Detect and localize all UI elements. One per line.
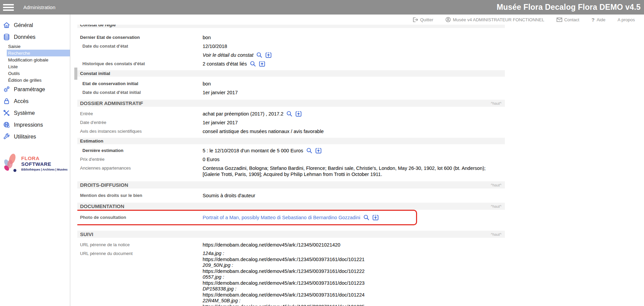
toolbar-item-contact[interactable]: Contact	[557, 17, 579, 22]
sidebar-item-label: Modification globale	[8, 57, 48, 62]
field-value: https://demobam.decalog.net/demov45/ark:…	[203, 242, 340, 248]
search-icon[interactable]	[256, 52, 262, 58]
field-value-text: 5 : le 12/10/2018 d'un montant de 5 000 …	[203, 148, 303, 154]
flora-logo-petals-icon	[1, 153, 19, 174]
search-icon[interactable]	[306, 148, 312, 154]
sidebar-item-outils[interactable]: Outils	[0, 70, 70, 77]
section-header-droits-diffusion: DROITS-DIFFUSION^haut^	[77, 181, 505, 188]
field-row-prix-d-entree: Prix d'entrée0 Euros	[77, 155, 505, 164]
field-row-entree: Entréeachat par préemption (2017) , 2017…	[77, 109, 505, 118]
field-row-avis-des-instances-scientifiques: Avis des instances scientifiquesconseil …	[77, 127, 505, 136]
field-label: Date d'entrée	[77, 120, 203, 126]
sidebar-item-acces[interactable]: Accès	[0, 95, 70, 107]
field-value: bon	[203, 34, 211, 41]
flora-software-logo: FLORA SOFTWARE Bibliothèques | Archives …	[1, 153, 70, 174]
section-header-dossier-administratif: DOSSIER ADMINISTRATIF^haut^	[77, 100, 505, 107]
field-value-text: 0 Euros	[203, 156, 220, 162]
search-icon[interactable]	[286, 111, 292, 117]
toolbar-item-label: Quitter	[420, 17, 433, 22]
toolbar-item-a-propos[interactable]: A propos	[618, 17, 635, 22]
toolbar-item-musee-v4-administrateur-fonctionnel[interactable]: Musée v4 ADMINISTRATEUR FONCTIONNEL	[445, 17, 544, 22]
section-header-documentation: DOCUMENTATION^haut^	[77, 203, 505, 210]
sidebar-item-impressions[interactable]: Impressions	[0, 119, 70, 131]
field-value: 1er janvier 2017	[203, 120, 238, 126]
application-title: Musée Flora Decalog Flora DEMO v4.5	[497, 3, 641, 12]
open-record-icon[interactable]	[372, 214, 379, 221]
field-value-text: 12/10/2018	[203, 43, 227, 49]
sidebar-item-donnees[interactable]: Données	[0, 31, 70, 43]
field-value: 12/10/2018	[203, 43, 227, 49]
field-row-etat-de-conservation-initial: Etat de conservation initialbon	[77, 79, 505, 88]
toolbar-item-label: A propos	[618, 17, 635, 22]
sidebar-item-label: Édition de grilles	[8, 78, 42, 83]
hamburger-menu-icon[interactable]	[3, 4, 14, 11]
section-title: Constat de régie	[80, 25, 116, 27]
sidebar-item-utilitaires[interactable]: Utilitaires	[0, 131, 70, 143]
sidebar-item-recherche[interactable]: Recherche	[7, 50, 70, 56]
field-row-anciennes-appartenances: Anciennes appartenancesContessa Gozzadin…	[77, 164, 505, 179]
open-record-icon[interactable]	[259, 61, 265, 67]
section-header-suivi: SUIVI^haut^	[77, 231, 505, 238]
record-detail-panel: Constat de régieDernier Etat de conserva…	[77, 25, 505, 306]
field-value: 0 Euros	[203, 156, 220, 162]
module-title: Administration	[23, 4, 55, 10]
document-url: https://demobam.decalog.net/demov45/ark:…	[203, 257, 365, 263]
document-url: https://demobam.decalog.net/demov45/ark:…	[203, 292, 365, 298]
open-record-icon[interactable]	[315, 148, 321, 154]
content-scrollbar-thumb[interactable]	[74, 68, 77, 80]
sidebar-item-parametrage[interactable]: Paramétrage	[0, 83, 70, 95]
sidebar-item-label: Général	[14, 22, 33, 28]
field-value: conseil artistique des musées nationaux …	[203, 128, 324, 134]
field-value: Portrait of a Man, possibly Matteo di Se…	[203, 214, 379, 221]
open-record-icon[interactable]	[265, 52, 272, 58]
field-label: Entrée	[77, 111, 203, 117]
back-to-top-link[interactable]: ^haut^	[491, 183, 501, 187]
search-icon[interactable]	[250, 61, 256, 67]
document-filename: DP158338.jpg :	[203, 286, 365, 292]
toolbar-item-label: Musée v4 ADMINISTRATEUR FONCTIONNEL	[453, 17, 544, 22]
record-link[interactable]: Portrait of a Man, possibly Matteo di Se…	[203, 214, 360, 221]
sidebar-item-edition-de-grilles[interactable]: Édition de grilles	[0, 77, 70, 83]
field-label: Anciennes appartenances	[77, 165, 203, 171]
database-icon	[3, 33, 10, 41]
sidebar-item-label: Utilitaires	[14, 134, 36, 140]
logo-tagline: Bibliothèques | Archives | Musées	[21, 168, 70, 171]
document-url: https://demobam.decalog.net/demov45/ark:…	[203, 304, 365, 306]
section-title: Constat initial	[80, 71, 110, 76]
logo-brand-text: FLORA SOFTWARE	[21, 155, 70, 167]
field-label: Etat de conservation initial	[77, 81, 203, 87]
field-value-text: 1er janvier 2017	[203, 90, 238, 96]
section-header-constat-de-regie: Constat de régie	[77, 25, 505, 28]
search-icon[interactable]	[363, 214, 369, 221]
toolbar-item-aide[interactable]: ?Aide	[591, 17, 605, 22]
toolbar-item-label: Aide	[597, 17, 606, 22]
clipped-section-header: Constat de régie	[77, 25, 505, 31]
sidebar-item-label: Outils	[8, 71, 20, 76]
field-value: 2 constats d'état liés	[203, 61, 265, 67]
back-to-top-link[interactable]: ^haut^	[491, 232, 501, 236]
back-to-top-link[interactable]: ^haut^	[491, 204, 501, 208]
document-filename: 124a.jpg :	[203, 251, 365, 257]
sidebar-item-label: Paramétrage	[14, 86, 45, 93]
field-label: Dernier Etat de conservation	[77, 34, 203, 41]
sidebar-item-systeme[interactable]: Système	[0, 107, 70, 119]
field-row-mention-des-droits-sur-le-bien: Mention des droits sur le bienSoumis à d…	[77, 191, 505, 200]
sidebar-item-modification-globale[interactable]: Modification globale	[0, 56, 70, 63]
sidebar-item-liste[interactable]: Liste	[0, 63, 70, 70]
sidebar-item-saisie[interactable]: Saisie	[0, 43, 70, 50]
field-row-url-perenne-de-la-notice: URL pérenne de la noticehttps://demobam.…	[77, 240, 505, 249]
field-label: Historique des constats d'état	[77, 61, 203, 67]
field-value-text: bon	[203, 34, 211, 41]
field-label: Avis des instances scientifiques	[77, 128, 203, 134]
section-header-estimation: Estimation	[77, 138, 505, 144]
logout-icon	[413, 17, 418, 22]
sidebar-navigation: GénéralDonnéesSaisieRechercheModificatio…	[0, 15, 70, 306]
open-record-icon[interactable]	[295, 111, 302, 117]
back-to-top-link[interactable]: ^haut^	[491, 101, 501, 105]
field-row-date-du-constat-d-etat-initial: Date du constat d'état initial1er janvie…	[77, 88, 505, 97]
field-value-text: 2 constats d'état liés	[203, 61, 247, 67]
sidebar-item-label: Données	[14, 34, 35, 40]
sidebar-item-label: Recherche	[8, 51, 30, 56]
sidebar-item-general[interactable]: Général	[0, 19, 70, 31]
toolbar-item-quitter[interactable]: Quitter	[413, 17, 433, 22]
